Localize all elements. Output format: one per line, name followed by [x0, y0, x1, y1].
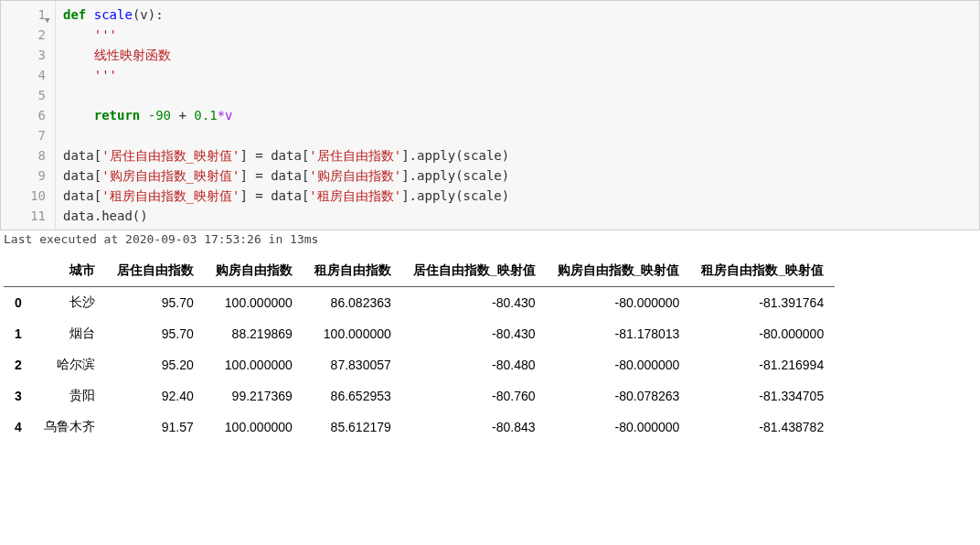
line-number[interactable]: 7: [1, 125, 55, 145]
table-row: 0长沙95.70100.00000086.082363-80.430-80.00…: [4, 287, 835, 319]
column-header: 居住自由指数_映射值: [402, 255, 547, 287]
row-index: 2: [4, 349, 33, 380]
table-cell: 长沙: [33, 287, 106, 319]
table-cell: 100.000000: [205, 411, 304, 443]
table-cell: 92.40: [106, 380, 205, 411]
table-cell: -80.480: [402, 349, 547, 380]
table-cell: 哈尔滨: [33, 349, 106, 380]
table-cell: -81.178013: [547, 318, 691, 349]
table-cell: 85.612179: [304, 411, 402, 443]
table-row: 3贵阳92.4099.21736986.652953-80.760-80.078…: [4, 380, 835, 411]
table-row: 2哈尔滨95.20100.00000087.830057-80.480-80.0…: [4, 349, 835, 380]
table-cell: 86.652953: [304, 380, 402, 411]
table-cell: 100.000000: [304, 318, 402, 349]
line-number[interactable]: 11: [1, 206, 55, 226]
line-number[interactable]: 10: [1, 186, 55, 206]
table-cell: -81.438782: [690, 411, 835, 443]
column-header: 租房自由指数_映射值: [690, 255, 835, 287]
column-header: 租房自由指数: [304, 255, 402, 287]
execution-status: Last executed at 2020-09-03 17:53:26 in …: [0, 230, 980, 248]
index-header: [4, 255, 33, 287]
table-cell: 乌鲁木齐: [33, 411, 106, 443]
line-number[interactable]: 1▼: [1, 5, 55, 25]
row-index: 3: [4, 380, 33, 411]
line-number[interactable]: 2: [1, 25, 55, 45]
table-header-row: 城市 居住自由指数 购房自由指数 租房自由指数 居住自由指数_映射值 购房自由指…: [4, 255, 835, 287]
row-index: 1: [4, 318, 33, 349]
code-editor[interactable]: def scale(v): ''' 线性映射函数 ''' return -90 …: [56, 1, 979, 230]
line-number[interactable]: 6: [1, 105, 55, 125]
row-index: 0: [4, 287, 33, 319]
column-header: 城市: [33, 255, 106, 287]
table-cell: 86.082363: [304, 287, 402, 319]
row-index: 4: [4, 411, 33, 443]
table-cell: -80.000000: [547, 411, 691, 443]
table-cell: -80.430: [402, 318, 547, 349]
line-number[interactable]: 4: [1, 65, 55, 85]
table-cell: 87.830057: [304, 349, 402, 380]
table-cell: -81.391764: [690, 287, 835, 319]
line-number[interactable]: 3: [1, 45, 55, 65]
line-number[interactable]: 8: [1, 145, 55, 166]
table-cell: 贵阳: [33, 380, 106, 411]
line-number[interactable]: 9: [1, 166, 55, 186]
line-number[interactable]: 5: [1, 85, 55, 105]
code-cell: 1▼ 2 3 4 5 6 7 8 9 10 11 def scale(v): '…: [0, 0, 980, 230]
table-cell: 100.000000: [205, 349, 304, 380]
table-cell: 烟台: [33, 318, 106, 349]
table-row: 4乌鲁木齐91.57100.00000085.612179-80.843-80.…: [4, 411, 835, 443]
table-cell: 95.20: [106, 349, 205, 380]
table-cell: -80.000000: [547, 349, 691, 380]
line-number-gutter: 1▼ 2 3 4 5 6 7 8 9 10 11: [1, 1, 56, 230]
table-cell: -80.000000: [547, 287, 691, 319]
table-cell: -80.843: [402, 411, 547, 443]
output-dataframe: 城市 居住自由指数 购房自由指数 租房自由指数 居住自由指数_映射值 购房自由指…: [0, 248, 980, 450]
table-cell: 99.217369: [205, 380, 304, 411]
table-cell: 95.70: [106, 287, 205, 319]
column-header: 购房自由指数: [205, 255, 304, 287]
table-cell: -80.078263: [547, 380, 691, 411]
column-header: 购房自由指数_映射值: [547, 255, 691, 287]
table-cell: -80.760: [402, 380, 547, 411]
table-cell: -80.430: [402, 287, 547, 319]
table-cell: 95.70: [106, 318, 205, 349]
table-cell: 100.000000: [205, 287, 304, 319]
table-cell: -81.334705: [690, 380, 835, 411]
table-cell: -80.000000: [690, 318, 835, 349]
column-header: 居住自由指数: [106, 255, 205, 287]
table-row: 1烟台95.7088.219869100.000000-80.430-81.17…: [4, 318, 835, 349]
dataframe-table: 城市 居住自由指数 购房自由指数 租房自由指数 居住自由指数_映射值 购房自由指…: [4, 255, 835, 443]
table-cell: -81.216994: [690, 349, 835, 380]
table-cell: 88.219869: [205, 318, 304, 349]
table-cell: 91.57: [106, 411, 205, 443]
